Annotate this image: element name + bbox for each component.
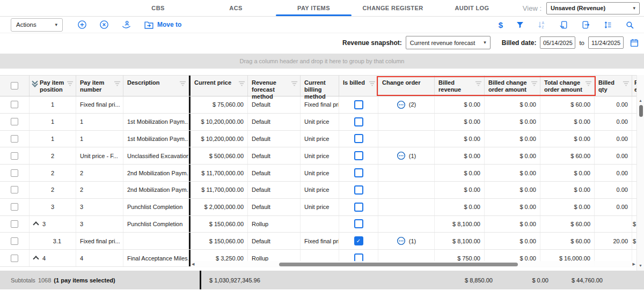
column-filter-icon[interactable] [531,81,538,86]
row-select-checkbox[interactable] [11,237,18,245]
subtotal-total-change-order-amount: $ 44,760.00 [551,271,605,289]
export-button[interactable] [581,20,590,29]
column-header-pay-item-number[interactable]: Pay item number [76,76,123,96]
collapse-row-icon[interactable] [33,222,39,228]
row-select-checkbox[interactable] [11,169,18,177]
table-row[interactable]: 3 3 Punchlist Completion $ 150,060.00 Ro… [0,216,644,233]
add-pay-item-button[interactable] [77,20,87,29]
column-header-current-price[interactable]: Current price [191,76,248,96]
column-filter-icon[interactable] [475,81,482,86]
is-billed-checkbox[interactable] [354,134,363,143]
column-filter-icon[interactable] [238,81,245,86]
column-header-billed-change-order-amount[interactable]: Billed change order amount [485,76,540,96]
change-order-indicator[interactable]: (1) [397,151,416,160]
filter-button[interactable] [516,20,524,29]
table-row[interactable]: 1 1 1st Mobilization Paym... $ 10,200,00… [0,114,644,131]
calendar-button[interactable] [630,38,639,48]
is-billed-checkbox[interactable] [354,151,363,160]
billed-date-from-input[interactable]: 05/14/2025 [540,36,575,49]
column-label: Current price [191,79,240,86]
column-header-billed-revenue[interactable]: Billed revenue [435,76,485,96]
column-settings-button[interactable] [603,20,612,29]
table-row[interactable]: 2 2 2nd Mobilization Paym... $ 11,700,00… [0,165,644,182]
currency-toggle-button[interactable]: $ [499,21,503,29]
vertical-scrollbar-thumb[interactable] [639,105,643,117]
column-header-is-billed[interactable]: Is billed [339,76,378,96]
cell-description [123,96,189,113]
table-row[interactable]: 2 2 2nd Mobilization Paym... $ 11,700,00… [0,182,644,199]
revenue-snapshot-select[interactable]: Current revenue forecast ▾ [406,36,491,49]
is-billed-checkbox[interactable] [354,203,363,212]
x-circle-icon [99,20,109,29]
actions-button[interactable]: Actions ▾ [11,18,63,32]
scroll-up-arrow-icon[interactable]: ▲ [639,99,642,102]
row-select-checkbox[interactable] [11,186,18,193]
tab-pay-items[interactable]: PAY ITEMS [275,0,353,16]
is-billed-checkbox[interactable] [354,185,363,195]
row-select-checkbox[interactable] [11,101,18,108]
row-select-checkbox[interactable] [11,255,18,262]
column-filter-icon[interactable] [67,81,74,86]
column-header-total-change-order-amount[interactable]: Total change order amount [540,76,595,96]
change-order-ellipsis-icon [397,100,406,109]
cell-pay-item-number: Fixed final pri... [76,233,123,249]
row-select-checkbox[interactable] [11,203,18,211]
column-filter-icon[interactable] [291,81,298,86]
column-filter-icon[interactable] [623,81,630,86]
search-button[interactable] [625,20,634,29]
horizontal-scrollbar-thumb[interactable] [279,263,518,266]
change-order-indicator[interactable]: (1) [397,236,416,245]
select-all-checkbox[interactable] [11,82,18,89]
row-select-cell [0,165,30,181]
is-billed-checkbox[interactable] [354,219,363,228]
column-filter-icon[interactable] [369,81,376,86]
move-to-button[interactable]: Move to [144,20,181,29]
tab-change-register[interactable]: CHANGE REGISTER [353,0,433,16]
table-row[interactable]: 3.1 Fixed final pri... $ 150,060.00 Defa… [0,233,644,250]
table-row[interactable]: 2 Unit price - F... Unclassified Excavat… [0,147,644,165]
change-order-indicator[interactable]: (2) [397,100,416,109]
tab-cbs[interactable]: CBS [119,0,197,16]
cell-description: 2nd Mobilization Paym... [123,182,189,198]
view-select[interactable]: Unsaved (Revenue) ▾ [546,2,640,14]
cell-change-order: (2) [378,96,435,113]
is-billed-checkbox[interactable] [354,100,363,109]
column-filter-icon[interactable] [114,81,121,86]
horizontal-scrollbar[interactable]: ◀ ▶ [191,261,636,267]
collapse-row-icon[interactable] [33,256,39,262]
table-row[interactable]: 3 3 Punchlist Completion $ 2,000,000.00 … [0,199,644,216]
table-row[interactable]: 1 1 1st Mobilization Paym... $ 10,200,00… [0,131,644,148]
row-select-checkbox[interactable] [11,152,18,160]
column-filter-icon[interactable] [179,81,186,86]
column-header-revenue-forecast-method[interactable]: Revenue forecast method [248,76,301,96]
column-header-current-billing-method[interactable]: Current billing method [301,76,339,96]
column-header-pay-item-position[interactable]: Pay item position [30,76,76,96]
column-header-description[interactable]: Description [123,76,189,96]
group-by-drop-zone[interactable]: Drag a column header and drop it here to… [0,54,644,69]
row-select-checkbox[interactable] [11,220,18,228]
column-header-billed-qty[interactable]: Billed qty [595,76,632,96]
row-select-checkbox[interactable] [11,118,18,125]
is-billed-checkbox[interactable] [354,168,363,177]
column-header-change-order[interactable]: Change order [378,76,435,96]
column-filter-icon[interactable] [585,81,592,86]
assign-user-button[interactable] [121,20,131,30]
tab-acs[interactable]: ACS [197,0,275,16]
is-billed-checkbox[interactable] [354,236,363,245]
cell-pay-item-number: 1 [76,131,123,147]
is-billed-checkbox[interactable] [354,117,363,126]
scroll-down-arrow-icon[interactable]: ▼ [639,264,642,267]
scroll-right-arrow-icon[interactable]: ▶ [633,262,635,266]
row-select-cell [0,114,30,130]
tab-audit-log[interactable]: AUDIT LOG [433,0,511,16]
delete-pay-item-button[interactable] [99,20,109,29]
cell-billed-qty: 0.00 [595,199,632,215]
vertical-scrollbar[interactable]: ▲ ▼ [636,75,644,271]
billed-date-to-input[interactable]: 11/24/2025 [588,36,624,49]
cell-revenue-forecast-method: Default [248,165,301,181]
scroll-left-arrow-icon[interactable]: ◀ [192,262,194,266]
sort-button[interactable]: AZ [537,20,546,29]
import-button[interactable] [559,20,568,29]
collapse-all-icon[interactable] [32,80,38,87]
row-select-checkbox[interactable] [11,135,18,143]
